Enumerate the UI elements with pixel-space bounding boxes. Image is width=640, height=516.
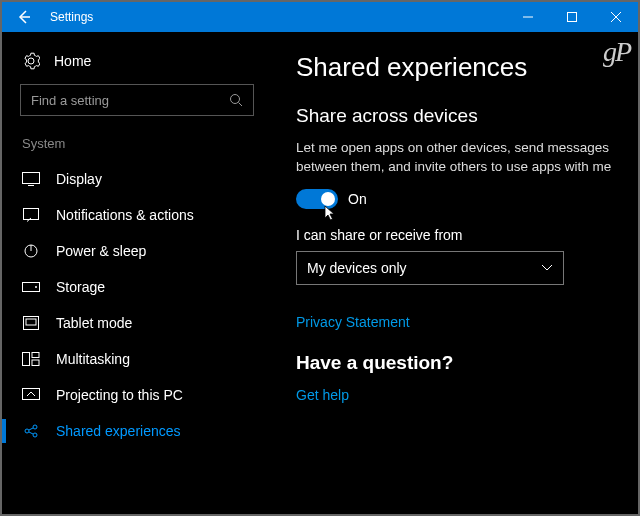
question-heading: Have a question? — [296, 352, 614, 374]
svg-rect-3 — [24, 209, 39, 220]
close-button[interactable] — [594, 2, 638, 32]
svg-point-6 — [35, 286, 37, 288]
chevron-down-icon — [541, 264, 553, 272]
nav-shared-experiences[interactable]: Shared experiences — [2, 413, 272, 449]
nav-label: Power & sleep — [56, 243, 146, 259]
svg-rect-10 — [32, 353, 39, 358]
main-panel: gP Shared experiences Share across devic… — [272, 32, 638, 514]
nav-label: Shared experiences — [56, 423, 181, 439]
close-icon — [611, 12, 621, 22]
settings-window: Settings Home Find a setting — [2, 2, 638, 514]
projecting-icon — [22, 388, 40, 402]
nav-label: Multitasking — [56, 351, 130, 367]
dropdown-value: My devices only — [307, 260, 407, 276]
minimize-button[interactable] — [506, 2, 550, 32]
tablet-icon — [22, 316, 40, 330]
share-from-label: I can share or receive from — [296, 227, 614, 243]
nav-label: Projecting to this PC — [56, 387, 183, 403]
gear-icon — [22, 52, 40, 70]
shared-icon — [22, 423, 40, 439]
arrow-left-icon — [16, 9, 32, 25]
category-label: System — [2, 136, 272, 161]
minimize-icon — [523, 12, 533, 22]
svg-point-14 — [33, 425, 37, 429]
nav-display[interactable]: Display — [2, 161, 272, 197]
storage-icon — [22, 282, 40, 292]
nav-label: Display — [56, 171, 102, 187]
title-bar: Settings — [2, 2, 638, 32]
svg-point-1 — [231, 95, 240, 104]
home-button[interactable]: Home — [2, 46, 272, 84]
notifications-icon — [22, 208, 40, 222]
maximize-button[interactable] — [550, 2, 594, 32]
nav-label: Tablet mode — [56, 315, 132, 331]
svg-rect-9 — [23, 353, 30, 366]
svg-rect-2 — [23, 173, 40, 184]
search-placeholder: Find a setting — [31, 93, 229, 108]
nav-label: Storage — [56, 279, 105, 295]
svg-rect-0 — [568, 13, 577, 22]
search-input[interactable]: Find a setting — [20, 84, 254, 116]
nav-multitasking[interactable]: Multitasking — [2, 341, 272, 377]
nav-power-sleep[interactable]: Power & sleep — [2, 233, 272, 269]
nav-label: Notifications & actions — [56, 207, 194, 223]
maximize-icon — [567, 12, 577, 22]
display-icon — [22, 172, 40, 186]
svg-rect-11 — [32, 360, 39, 366]
window-title: Settings — [46, 10, 506, 24]
page-title: Shared experiences — [296, 52, 614, 83]
nav-projecting[interactable]: Projecting to this PC — [2, 377, 272, 413]
nav-tablet-mode[interactable]: Tablet mode — [2, 305, 272, 341]
privacy-link[interactable]: Privacy Statement — [296, 314, 410, 330]
section-share-across: Share across devices — [296, 105, 614, 127]
svg-rect-8 — [26, 319, 36, 325]
content-area: Home Find a setting System Display Notif… — [2, 32, 638, 514]
back-button[interactable] — [2, 2, 46, 32]
multitasking-icon — [22, 352, 40, 366]
nav-notifications[interactable]: Notifications & actions — [2, 197, 272, 233]
home-label: Home — [54, 53, 91, 69]
svg-rect-12 — [23, 389, 40, 400]
share-description: Let me open apps on other devices, send … — [296, 139, 614, 177]
search-icon — [229, 93, 243, 107]
nav-storage[interactable]: Storage — [2, 269, 272, 305]
svg-point-13 — [25, 429, 29, 433]
get-help-link[interactable]: Get help — [296, 387, 349, 403]
power-icon — [22, 243, 40, 259]
share-toggle[interactable] — [296, 189, 338, 209]
toggle-row: On — [296, 189, 614, 209]
share-from-dropdown[interactable]: My devices only — [296, 251, 564, 285]
watermark: gP — [603, 36, 630, 68]
sidebar: Home Find a setting System Display Notif… — [2, 32, 272, 514]
svg-point-15 — [33, 433, 37, 437]
toggle-state-label: On — [348, 191, 367, 207]
